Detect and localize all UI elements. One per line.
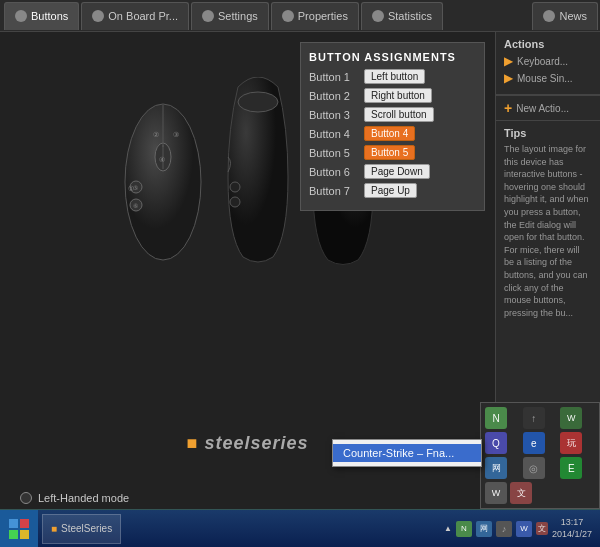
button-assignments-panel: BUTTON ASSIGNMENTS Button 1 Left button … bbox=[300, 42, 485, 211]
tab-buttons[interactable]: Buttons bbox=[4, 2, 79, 30]
tray-icon-qq[interactable]: Q bbox=[485, 432, 507, 454]
button-1-label: Button 1 bbox=[309, 71, 364, 83]
action-mouse-sin[interactable]: ▶ Mouse Sin... bbox=[504, 71, 592, 85]
tray-net-small[interactable]: 网 bbox=[476, 521, 492, 537]
actions-section: Actions ▶ Keyboard... ▶ Mouse Sin... bbox=[496, 32, 600, 95]
mouse-area: ① ② ③ ④ ⑤ ⑥ bbox=[0, 32, 495, 292]
tips-title: Tips bbox=[504, 127, 592, 139]
button-5-tag[interactable]: Button 5 bbox=[364, 145, 415, 160]
button-row-1: Button 1 Left button bbox=[309, 69, 476, 84]
clock-date: 2014/1/27 bbox=[552, 529, 592, 541]
svg-text:②: ② bbox=[153, 131, 159, 138]
clock-time: 13:17 bbox=[552, 517, 592, 529]
tab-statistics[interactable]: Statistics bbox=[361, 2, 443, 30]
tray-nvidia-small[interactable]: N bbox=[456, 521, 472, 537]
mouse-front-view: ① ② ③ ④ ⑤ ⑥ bbox=[118, 97, 208, 267]
actions-title: Actions bbox=[504, 38, 592, 50]
button-3-tag[interactable]: Scroll button bbox=[364, 107, 434, 122]
tray-popup: N ↑ W Q e 玩 网 ◎ E W 文 bbox=[480, 402, 600, 509]
tab-onboard[interactable]: On Board Pr... bbox=[81, 2, 189, 30]
button-row-6: Button 6 Page Down bbox=[309, 164, 476, 179]
svg-text:⑥: ⑥ bbox=[133, 203, 138, 209]
taskbar-item-app[interactable]: ■ SteelSeries bbox=[42, 514, 121, 544]
left-panel: ① ② ③ ④ ⑤ ⑥ bbox=[0, 32, 495, 509]
svg-point-14 bbox=[230, 197, 240, 207]
tab-bar: Buttons On Board Pr... Settings Properti… bbox=[0, 0, 600, 32]
svg-rect-18 bbox=[9, 530, 18, 539]
action-keyboard-label: Keyboard... bbox=[517, 56, 568, 67]
taskbar-item-label: SteelSeries bbox=[61, 523, 112, 534]
tray-icon-ie[interactable]: e bbox=[523, 432, 545, 454]
button-2-tag[interactable]: Right button bbox=[364, 88, 432, 103]
tab-properties[interactable]: Properties bbox=[271, 2, 359, 30]
tab-settings[interactable]: Settings bbox=[191, 2, 269, 30]
button-assignments-title: BUTTON ASSIGNMENTS bbox=[309, 51, 476, 63]
arrow-icon-mouse: ▶ bbox=[504, 71, 513, 85]
taskbar-items: ■ SteelSeries bbox=[38, 512, 436, 546]
buttons-icon bbox=[15, 10, 27, 22]
branding-text: ■ steelseries bbox=[187, 433, 309, 454]
taskbar-item-icon: ■ bbox=[51, 523, 57, 534]
button-7-tag[interactable]: Page Up bbox=[364, 183, 417, 198]
onboard-icon bbox=[92, 10, 104, 22]
windows-logo-icon bbox=[7, 517, 31, 541]
news-icon bbox=[543, 10, 555, 22]
tips-text: The layout image for this device has int… bbox=[504, 143, 592, 319]
tray-bottom-row: W 文 bbox=[485, 482, 595, 504]
button-3-label: Button 3 bbox=[309, 109, 364, 121]
tray-wifi-icon[interactable]: W bbox=[516, 521, 532, 537]
taskbar-clock: 13:17 2014/1/27 bbox=[552, 517, 592, 540]
tray-icon-net[interactable]: 网 bbox=[485, 457, 507, 479]
tray-icon-speaker[interactable]: ◎ bbox=[523, 457, 545, 479]
tray-icon-nvidia[interactable]: N bbox=[485, 407, 507, 429]
taskbar: ■ SteelSeries ▲ N 网 ♪ W 文 13:17 2014/1/2… bbox=[0, 509, 600, 547]
svg-text:④: ④ bbox=[159, 156, 165, 163]
tab-news[interactable]: News bbox=[532, 2, 598, 30]
button-row-3: Button 3 Scroll button bbox=[309, 107, 476, 122]
button-row-2: Button 2 Right button bbox=[309, 88, 476, 103]
context-item-cs[interactable]: Counter-Strike – Fna... bbox=[333, 444, 481, 462]
tray-icon-excel[interactable]: E bbox=[560, 457, 582, 479]
button-4-label: Button 4 bbox=[309, 128, 364, 140]
settings-icon bbox=[202, 10, 214, 22]
statistics-icon bbox=[372, 10, 384, 22]
button-4-tag[interactable]: Button 4 bbox=[364, 126, 415, 141]
svg-point-13 bbox=[230, 182, 240, 192]
action-keyboard[interactable]: ▶ Keyboard... bbox=[504, 54, 592, 68]
context-menu: Counter-Strike – Fna... bbox=[332, 439, 482, 467]
button-1-tag[interactable]: Left button bbox=[364, 69, 425, 84]
tray-icon-wifi[interactable]: W bbox=[485, 482, 507, 504]
svg-rect-17 bbox=[20, 519, 29, 528]
button-6-tag[interactable]: Page Down bbox=[364, 164, 430, 179]
svg-rect-19 bbox=[20, 530, 29, 539]
button-row-5: Button 5 Button 5 bbox=[309, 145, 476, 160]
context-item-label: Counter-Strike – Fna... bbox=[343, 447, 454, 459]
new-action-button[interactable]: + New Actio... bbox=[496, 95, 600, 121]
tray-icon-game[interactable]: 玩 bbox=[560, 432, 582, 454]
button-2-label: Button 2 bbox=[309, 90, 364, 102]
mouse-side-view-left bbox=[223, 77, 293, 267]
plus-icon: + bbox=[504, 100, 512, 116]
arrow-icon-keyboard: ▶ bbox=[504, 54, 513, 68]
new-action-label: New Actio... bbox=[516, 103, 569, 114]
action-mouse-label: Mouse Sin... bbox=[517, 73, 573, 84]
tray-speaker-icon[interactable]: ♪ bbox=[496, 521, 512, 537]
button-row-7: Button 7 Page Up bbox=[309, 183, 476, 198]
properties-icon bbox=[282, 10, 294, 22]
svg-text:③: ③ bbox=[173, 131, 179, 138]
button-7-label: Button 7 bbox=[309, 185, 364, 197]
tray-icon-signal[interactable]: ↑ bbox=[523, 407, 545, 429]
tray-lang-icon[interactable]: 文 bbox=[536, 522, 548, 535]
tray-icon-wireless[interactable]: W bbox=[560, 407, 582, 429]
tray-expand-arrow[interactable]: ▲ bbox=[444, 524, 452, 533]
start-button[interactable] bbox=[0, 510, 38, 548]
button-row-4: Button 4 Button 4 bbox=[309, 126, 476, 141]
svg-rect-16 bbox=[9, 519, 18, 528]
left-handed-option[interactable]: Left-Handed mode bbox=[20, 492, 129, 504]
button-5-label: Button 5 bbox=[309, 147, 364, 159]
left-handed-radio[interactable] bbox=[20, 492, 32, 504]
left-handed-label: Left-Handed mode bbox=[38, 492, 129, 504]
tray-icon-chinese[interactable]: 文 bbox=[510, 482, 532, 504]
button-6-label: Button 6 bbox=[309, 166, 364, 178]
brand-name: steelseries bbox=[204, 433, 308, 453]
